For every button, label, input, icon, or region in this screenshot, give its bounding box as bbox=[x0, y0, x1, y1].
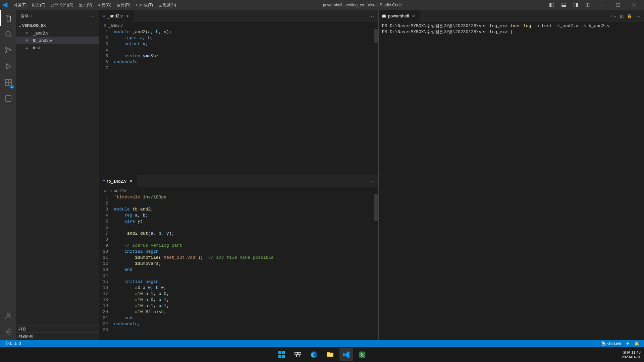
tab-powershell[interactable]: ▣ powershell × bbox=[379, 10, 420, 22]
menu-item[interactable]: 선택 영역(S) bbox=[48, 1, 76, 9]
close-icon[interactable]: × bbox=[411, 13, 416, 19]
svg-point-24 bbox=[7, 313, 10, 316]
editor-area: ≡ _and2.v × ··· ≡ _and2.v 1module _and2(… bbox=[99, 10, 644, 340]
go-live-button[interactable]: 📡Go Live bbox=[599, 341, 623, 346]
tab-label: powershell bbox=[388, 13, 409, 18]
notifications-icon[interactable]: 🔔 bbox=[632, 341, 641, 346]
svg-rect-26 bbox=[278, 351, 281, 354]
close-icon[interactable]: × bbox=[128, 178, 134, 184]
source-control-icon[interactable] bbox=[0, 42, 16, 58]
sidebar-section[interactable]: › 개요 bbox=[16, 325, 99, 333]
minimap-bottom[interactable] bbox=[374, 194, 378, 340]
titlebar-right bbox=[546, 0, 642, 10]
close-icon[interactable]: × bbox=[125, 13, 130, 19]
feedback-icon[interactable]: ⚡ bbox=[623, 341, 632, 346]
tab-label: _and2.v bbox=[107, 13, 123, 18]
explorer-sidebar: 탐색기 ··· ⌄ VERILOG_EX ≡_and2.v≡tb_and2.v≡… bbox=[16, 10, 99, 340]
project-folder[interactable]: ⌄ VERILOG_EX bbox=[16, 22, 99, 29]
minimap-top[interactable] bbox=[374, 29, 378, 175]
menu-item[interactable]: 보기(V) bbox=[76, 1, 95, 9]
file-item[interactable]: ≡tb_and2.v bbox=[16, 37, 99, 44]
tab-bar-top: ≡ _and2.v × ··· bbox=[99, 10, 378, 22]
more-icon[interactable]: ··· bbox=[635, 14, 641, 18]
editor-group-right: ▣ powershell × ＋⌄ ◫ 🔒 ··· PS D:\NaverMYB… bbox=[378, 10, 644, 340]
svg-rect-10 bbox=[616, 3, 620, 7]
sidebar-section[interactable]: › 타임라인 bbox=[16, 333, 99, 340]
taskbar-apps bbox=[275, 348, 369, 361]
explorer-header: 탐색기 ··· bbox=[16, 10, 99, 22]
svg-rect-27 bbox=[282, 351, 285, 354]
svg-rect-28 bbox=[278, 355, 281, 358]
breadcrumb-bottom[interactable]: ≡ tb_and2.v bbox=[99, 187, 378, 194]
account-icon[interactable] bbox=[0, 308, 16, 324]
vscode-logo-icon bbox=[2, 2, 8, 8]
svg-rect-3 bbox=[562, 5, 566, 7]
main-area: 1 탐색기 ··· ⌄ VERILOG_EX ≡_and2.v≡tb_and2.… bbox=[0, 10, 644, 340]
taskbar-clock[interactable]: 오전 11:48 2023-01-31 bbox=[622, 350, 641, 359]
status-bar: ⓧ0 ⚠0 📡Go Live ⚡ 🔔 bbox=[0, 340, 644, 347]
broadcast-icon: 📡 bbox=[601, 341, 606, 346]
search-icon[interactable] bbox=[0, 26, 16, 42]
tab-tb-and2[interactable]: ≡ tb_and2.v × bbox=[99, 175, 138, 187]
menu-item[interactable]: 터미널(T) bbox=[133, 1, 156, 9]
verilog-file-icon: ≡ bbox=[103, 13, 105, 18]
svg-rect-23 bbox=[6, 96, 11, 102]
code-editor-top[interactable]: 1module _and2(a, b, y);2 input a, b;3 ou… bbox=[99, 29, 378, 175]
json-icon[interactable] bbox=[0, 90, 16, 107]
tab-and2[interactable]: ≡ _and2.v × bbox=[99, 10, 134, 22]
layout-right-icon[interactable] bbox=[570, 0, 582, 10]
lock-icon[interactable]: 🔒 bbox=[627, 14, 632, 18]
tab-bar-bottom: ≡ tb_and2.v × ··· bbox=[99, 175, 378, 187]
split-icon[interactable]: ◫ bbox=[620, 14, 624, 18]
verilog-file-icon: ≡ bbox=[104, 188, 106, 193]
close-button[interactable] bbox=[627, 0, 642, 10]
maximize-button[interactable] bbox=[610, 0, 626, 10]
menu-item[interactable]: 이동(G) bbox=[95, 1, 114, 9]
svg-rect-1 bbox=[550, 3, 551, 7]
run-debug-icon[interactable] bbox=[0, 58, 16, 74]
explorer-icon[interactable] bbox=[0, 10, 16, 26]
layout-panel-icon[interactable] bbox=[546, 0, 557, 10]
svg-point-25 bbox=[7, 331, 9, 333]
file-item[interactable]: ≡test bbox=[16, 44, 99, 51]
more-icon[interactable]: ··· bbox=[369, 179, 375, 183]
more-icon[interactable]: ··· bbox=[369, 14, 375, 18]
new-terminal-icon[interactable]: ＋⌄ bbox=[610, 13, 616, 19]
svg-point-16 bbox=[6, 52, 7, 53]
verilog-file-icon: ≡ bbox=[104, 23, 106, 28]
svg-rect-29 bbox=[282, 355, 285, 358]
verilog-file-icon: ≡ bbox=[25, 45, 31, 50]
svg-rect-30 bbox=[295, 352, 298, 354]
window-title: powershell - verilog_ex - Visual Studio … bbox=[179, 3, 546, 7]
file-explorer-icon[interactable] bbox=[323, 348, 337, 361]
chevron-right-icon: › bbox=[17, 335, 19, 339]
svg-rect-20 bbox=[9, 79, 11, 82]
menu-item[interactable]: 파일(F) bbox=[11, 1, 29, 9]
error-icon: ⓧ bbox=[5, 341, 9, 347]
file-item[interactable]: ≡_and2.v bbox=[16, 29, 99, 37]
breadcrumb-top[interactable]: ≡ _and2.v bbox=[99, 22, 378, 29]
menu-item[interactable]: 실행(R) bbox=[114, 1, 133, 9]
minimize-button[interactable] bbox=[594, 0, 610, 10]
terminal-output[interactable]: PS D:\NaverMYBOX\수성컴전자방\20230128\verilog… bbox=[379, 22, 644, 340]
titlebar: 파일(F)편집(E)선택 영역(S)보기(V)이동(G)실행(R)터미널(T)도… bbox=[0, 0, 644, 10]
task-view-icon[interactable] bbox=[291, 348, 305, 361]
chevron-right-icon: › bbox=[17, 327, 19, 331]
windows-taskbar: 오전 11:48 2023-01-31 bbox=[0, 347, 644, 362]
tab-label: tb_and2.v bbox=[107, 179, 126, 184]
extensions-icon[interactable]: 1 bbox=[0, 74, 16, 90]
menu-item[interactable]: 도움말(H) bbox=[156, 1, 179, 9]
settings-gear-icon[interactable] bbox=[0, 324, 16, 340]
vscode-taskbar-icon[interactable] bbox=[339, 348, 353, 361]
status-errors[interactable]: ⓧ0 ⚠0 bbox=[3, 341, 23, 347]
app-icon[interactable] bbox=[356, 348, 369, 361]
code-editor-bottom[interactable]: 1`timescale 1ns/100ps23module tb_and2;4 … bbox=[99, 194, 378, 340]
menu-item[interactable]: 편집(E) bbox=[29, 1, 48, 9]
start-button[interactable] bbox=[275, 348, 288, 361]
layout-bottom-icon[interactable] bbox=[558, 0, 570, 10]
menu-bar: 파일(F)편집(E)선택 영역(S)보기(V)이동(G)실행(R)터미널(T)도… bbox=[2, 1, 179, 9]
more-icon[interactable]: ··· bbox=[90, 14, 95, 18]
customize-layout-icon[interactable] bbox=[582, 0, 594, 10]
edge-icon[interactable] bbox=[307, 348, 321, 361]
editor-group-left: ≡ _and2.v × ··· ≡ _and2.v 1module _and2(… bbox=[99, 10, 378, 340]
